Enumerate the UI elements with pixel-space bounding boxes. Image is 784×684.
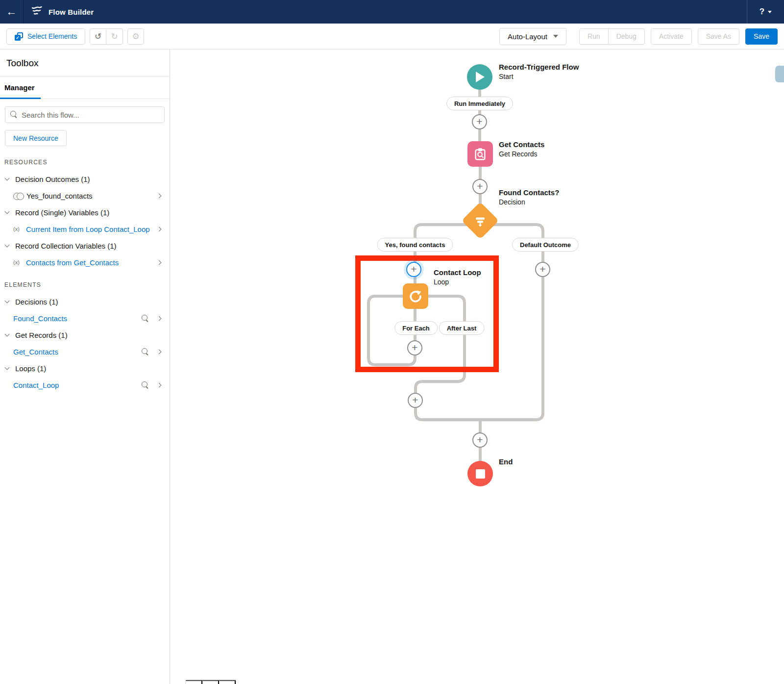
toolbox-sidebar: Toolbox Manager New Resource RESOURCES D…: [0, 50, 170, 684]
resources-section-header: RESOURCES: [0, 155, 170, 171]
chevron-right-icon[interactable]: [157, 260, 162, 265]
flow-search: [5, 106, 165, 123]
add-element-button[interactable]: +: [472, 114, 487, 129]
decision-node-label: Found Contacts? Decision: [499, 188, 559, 206]
get-contacts-node-icon[interactable]: [467, 141, 493, 167]
add-element-button[interactable]: +: [472, 179, 488, 194]
zoom-level-button[interactable]: [202, 680, 219, 684]
back-button[interactable]: ←: [0, 0, 24, 24]
variable-icon: (x): [13, 259, 23, 265]
end-node-icon[interactable]: [467, 461, 493, 486]
activate-button[interactable]: Activate: [651, 28, 692, 45]
new-resource-button[interactable]: New Resource: [5, 130, 67, 146]
chevron-down-icon: [553, 35, 558, 38]
add-element-button-highlighted[interactable]: +: [406, 262, 421, 277]
search-icon: [10, 111, 18, 118]
settings-gear-button[interactable]: ⚙: [127, 28, 144, 45]
help-menu-button[interactable]: ?: [747, 0, 784, 24]
toolbox-tabs: Manager: [0, 76, 170, 99]
flow-toolbar: ✓ Select Elements ↺ ↻ ⚙ Auto-Layout Run …: [0, 24, 784, 50]
save-button[interactable]: Save: [745, 28, 778, 45]
list-item-contacts-from-get-contacts[interactable]: (x) Contacts from Get_Contacts: [0, 254, 170, 271]
list-item-found-contacts[interactable]: Found_Contacts: [0, 310, 170, 327]
group-get-records[interactable]: Get Records (1): [0, 327, 170, 343]
outcome-badge-yes-found-contacts: Yes, found contacts: [377, 238, 453, 252]
chevron-down-icon: [5, 299, 10, 304]
zoom-out-button[interactable]: [186, 680, 202, 684]
plus-icon: +: [476, 116, 482, 127]
list-item-get-contacts[interactable]: Get_Contacts: [0, 343, 170, 360]
group-record-single-variables[interactable]: Record (Single) Variables (1): [0, 204, 170, 221]
plus-icon: +: [411, 264, 416, 274]
canvas-zoom-controls: [185, 680, 236, 684]
chevron-down-icon: [5, 365, 10, 370]
add-element-button[interactable]: +: [407, 340, 422, 355]
play-icon: [474, 71, 485, 83]
run-immediately-badge: Run Immediately: [446, 97, 513, 110]
app-title: Flow Builder: [49, 8, 94, 16]
chevron-right-icon[interactable]: [157, 349, 162, 354]
stop-icon: [476, 469, 485, 479]
chevron-down-icon: [5, 243, 10, 248]
find-in-canvas-icon[interactable]: [142, 381, 149, 389]
plus-icon: +: [539, 264, 545, 274]
contact-loop-node-icon[interactable]: [403, 283, 428, 309]
plus-icon: +: [412, 395, 418, 405]
chevron-right-icon[interactable]: [157, 316, 162, 321]
debug-button[interactable]: Debug: [609, 28, 645, 45]
end-node-label: End: [499, 457, 513, 467]
chevron-right-icon[interactable]: [157, 382, 162, 387]
find-in-canvas-icon[interactable]: [142, 348, 149, 355]
add-element-button[interactable]: +: [535, 262, 550, 277]
app-brand: Flow Builder: [31, 5, 94, 18]
chevron-down-icon: [768, 11, 772, 13]
variable-icon: (x): [13, 226, 23, 232]
elements-section-header: ELEMENTS: [0, 271, 170, 293]
plus-icon: +: [412, 342, 417, 353]
help-icon: ?: [760, 7, 764, 17]
record-lookup-icon: [473, 147, 488, 161]
group-record-collection-variables[interactable]: Record Collection Variables (1): [0, 237, 170, 254]
undo-button[interactable]: ↺: [90, 28, 106, 45]
list-item-contact-loop[interactable]: Contact_Loop: [0, 377, 170, 393]
signpost-icon: [474, 214, 487, 227]
loop-icon: [408, 289, 423, 304]
start-node-icon[interactable]: [467, 64, 492, 90]
outcome-badge-default: Default Outcome: [512, 238, 579, 252]
outcome-toggle-icon: [13, 193, 23, 199]
active-tab-underline: [0, 98, 41, 99]
flow-builder-logo-icon: [31, 5, 43, 18]
decision-node-icon[interactable]: [462, 202, 499, 239]
back-arrow-icon: ←: [6, 5, 17, 18]
chevron-right-icon[interactable]: [157, 193, 162, 198]
chevron-down-icon: [5, 209, 10, 214]
find-in-canvas-icon[interactable]: [142, 315, 149, 322]
plus-icon: +: [477, 434, 483, 445]
chevron-down-icon: [5, 176, 10, 181]
select-elements-button[interactable]: ✓ Select Elements: [6, 28, 85, 45]
list-item-current-item-loop[interactable]: (x) Current Item from Loop Contact_Loop: [0, 221, 170, 237]
vertical-scrollbar-thumb[interactable]: [774, 65, 784, 83]
add-element-button[interactable]: +: [472, 432, 488, 448]
top-navbar: ← Flow Builder ?: [0, 0, 784, 24]
search-input[interactable]: [5, 106, 165, 123]
chevron-down-icon: [5, 332, 10, 337]
group-loops[interactable]: Loops (1): [0, 360, 170, 377]
loop-path-badge-after-last: After Last: [439, 321, 485, 335]
toolbox-title: Toolbox: [0, 50, 170, 76]
flow-canvas[interactable]: Record-Triggered Flow Start Run Immediat…: [171, 50, 784, 684]
loop-path-badge-for-each: For Each: [394, 321, 438, 335]
multi-select-icon: ✓: [15, 32, 23, 41]
run-button[interactable]: Run: [579, 28, 609, 45]
list-item-yes-found-contacts[interactable]: Yes_found_contacts: [0, 187, 170, 204]
zoom-in-button[interactable]: [219, 680, 236, 684]
group-decision-outcomes[interactable]: Decision Outcomes (1): [0, 171, 170, 187]
save-as-button[interactable]: Save As: [698, 28, 739, 45]
group-decisions[interactable]: Decisions (1): [0, 293, 170, 310]
chevron-right-icon[interactable]: [157, 227, 162, 231]
redo-button[interactable]: ↻: [106, 28, 123, 45]
auto-layout-dropdown[interactable]: Auto-Layout: [499, 28, 566, 45]
add-element-button[interactable]: +: [408, 393, 423, 408]
loop-node-label: Contact Loop Loop: [434, 268, 481, 286]
tab-manager[interactable]: Manager: [0, 83, 39, 92]
